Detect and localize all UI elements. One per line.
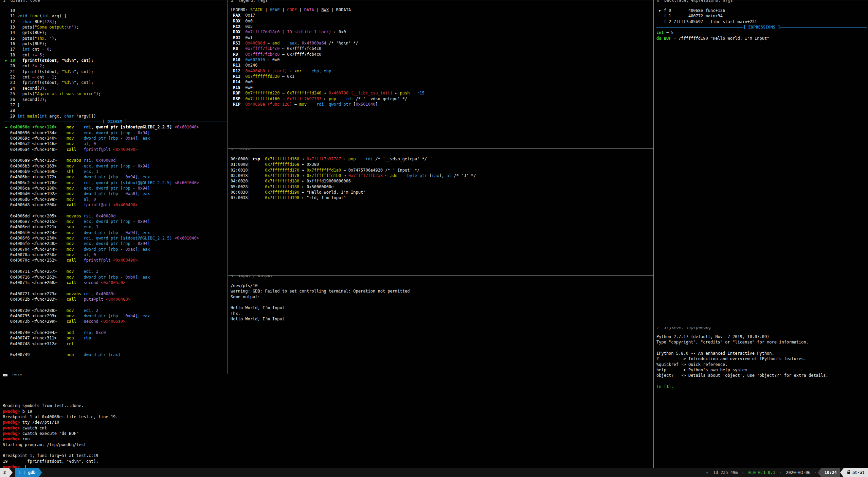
pane-number: 3	[231, 148, 233, 151]
terminal-line: 0x400735 <func+293> mov dword ptr [rbp -…	[3, 313, 227, 319]
terminal-line: object? -> Details about 'object', use '…	[656, 373, 867, 378]
terminal-line: 26 second(2);	[3, 97, 227, 102]
terminal-line: 19 fprintf(stdout, "%d\n", cnt);	[3, 459, 653, 464]
gdb-console-log[interactable]: Reading symbols from test...done.pwndbg>…	[3, 381, 653, 468]
pane-main-gdb-console[interactable]: 5 "Main" Reading symbols from test...don…	[0, 374, 653, 468]
terminal-line: R11 0x246	[231, 63, 653, 68]
chevron-left-icon: ‹	[779, 468, 782, 477]
load-average: 0.0 0.1 0.1	[745, 468, 779, 477]
terminal-line: 07:0038│ 0x7fffffffd198 ← "rld, I'm Inpu…	[231, 195, 653, 200]
terminal-line: ► 0x40068e <func+126> mov rdi, qword ptr…	[3, 124, 227, 130]
terminal-line: RDI 0x1	[231, 35, 653, 40]
pane-input-output[interactable]: 4 "Input / Output" /dev/pts/10warning: G…	[228, 275, 653, 374]
program-io-output: /dev/pts/10warning: GDB: Failed to set c…	[231, 283, 653, 322]
pane-legend-regs[interactable]: 2 "legend, regs" LEGEND: STACK | HEAP | …	[228, 0, 653, 148]
pane-number: 7	[657, 327, 659, 330]
terminal-line	[3, 398, 653, 403]
terminal-line: pwndbg> b 19	[3, 409, 653, 414]
expressions-section-divider: [ EXPRESSIONS ]	[656, 24, 867, 30]
terminal-line: 15 puts("Thx. ");	[3, 36, 227, 41]
terminal-line: 13 puts("Some output:\n");	[3, 24, 227, 30]
terminal-line: %quickref -> Quick reference.	[656, 362, 867, 367]
terminal-line: RIP 0x40068e (func+126) ← mov rdi, qword…	[231, 102, 653, 107]
terminal-line: 27 }	[3, 102, 227, 108]
terminal-line: 23 fprintf(stdout, "%d\n", cnt);	[3, 80, 227, 85]
terminal-line: 0x400748 <func+312> ret	[3, 341, 227, 347]
terminal-line: R10 0x602010 ← 0x0	[231, 57, 653, 63]
terminal-line: Thx.	[231, 311, 653, 316]
terminal-line: 0x4006fe <func+238> mov edx, dword ptr […	[3, 241, 227, 246]
pane-number: 4	[231, 275, 233, 278]
pane-title-input-output: 4 "Input / Output"	[230, 275, 276, 278]
terminal-line: 06:0030│ 0x7fffffffd190 ← "Hello World, …	[231, 190, 653, 195]
tmux-status-bar: 2 1⟩gdb ↑ 1d 23h 49m ‹ 0.0 0.1 0.1 ‹ 202…	[0, 468, 868, 477]
chevron-left-icon: ‹	[741, 468, 745, 477]
terminal-line: pwndbg> cwatch cnt	[3, 425, 653, 431]
pane-stack[interactable]: 3 "stack" 00:0000│ rsp 0x7fffffffd160 → …	[228, 148, 653, 275]
terminal-line: 0x4006e7 <func+215> mov ecx, dword ptr […	[3, 219, 227, 224]
pane-name: "stack"	[236, 148, 253, 151]
terminal-line: RCX 0x5	[231, 24, 653, 29]
window-tab-gdb[interactable]: 1⟩gdb	[15, 468, 39, 477]
pane-title-disasm-code: 1 "disasm, code"	[2, 0, 43, 3]
terminal-line: RBX 0x0	[231, 18, 653, 24]
terminal-line	[3, 381, 653, 386]
terminal-line	[656, 378, 867, 384]
expressions-listing: cnt = 5ds BUF = 7fffffffd190 "Hello Worl…	[656, 30, 867, 41]
terminal-line: R12 0x4004b0 (_start) ← xor ebp, ebp	[231, 68, 653, 74]
terminal-line: 10	[3, 8, 227, 13]
terminal-line: Breakpoint 1 at 0x40068e: file test.c, l…	[3, 414, 653, 420]
terminal-line: 0x40069c <func+140> mov dword ptr [rbp -…	[3, 136, 227, 141]
terminal-line	[3, 263, 227, 269]
terminal-line: 0x4006c2 <func+178> mov rdi, qword ptr […	[3, 180, 227, 186]
disasm-section-divider: [ DISASM ]	[3, 119, 227, 124]
ipython-console[interactable]: Python 2.7.17 (default, Nov 7 2019, 10:0…	[656, 334, 867, 389]
source-code-listing: 10 11 void func(int arg) { 12 char BUF[1…	[3, 8, 227, 119]
terminal-line: 25 puts("Again as it was so nice");	[3, 91, 227, 96]
terminal-line: Reading symbols from test...done.	[3, 403, 653, 408]
terminal-line: 0x4006d0 <func+192> mov dword ptr [rbp -…	[3, 191, 227, 196]
pane-disasm-code[interactable]: 1 "disasm, code" 10 11 void func(int arg…	[0, 0, 228, 374]
terminal-line	[3, 152, 227, 158]
hostname: at-at	[852, 470, 865, 475]
terminal-line: Type "copyright", "credits" or "license"…	[656, 339, 867, 345]
terminal-line: 0x4006d6 <func+198> mov al, 0	[3, 197, 227, 202]
terminal-line: 14 gets(BUF);	[3, 30, 227, 35]
terminal-line: 0x40070c <func+252> call fprintf@plt <0x…	[3, 258, 227, 263]
terminal-line: Breakpoint 1, func (arg=5) at test.c:19	[3, 453, 653, 458]
pane-title-ipython: 7 "IPython: tmp/pwndbg"	[656, 327, 714, 330]
window-separator: ⟩	[21, 470, 28, 475]
terminal-line	[3, 285, 227, 291]
terminal-line: 0x4006a9 <func+153> movabs rsi, 0x40080d	[3, 158, 227, 163]
terminal-line: pwndbg>	[3, 464, 653, 468]
terminal-line: RDX 0x7ffff7dd18c0 (_IO_stdfile_1_lock) …	[231, 29, 653, 35]
pane-title-main: 5 "Main"	[2, 374, 26, 376]
terminal-line: 0x4006d8 <func+200> call fprintf@plt <0x…	[3, 202, 227, 208]
terminal-line: 02:0010│ 0x7fffffffd170 → 0x7fffffffd1a0…	[231, 167, 653, 173]
terminal-line: 0x4006f0 <func+224> mov dword ptr [rbp -…	[3, 230, 227, 235]
terminal-line: pwndbg> tty /dev/pts/10	[3, 420, 653, 425]
pane-ipython[interactable]: 7 "IPython: tmp/pwndbg" Python 2.7.17 (d…	[653, 327, 868, 468]
terminal-line: 0x40073b <func+299> call second <0x4005a…	[3, 319, 227, 324]
chevron-left-icon: ‹	[814, 468, 818, 477]
terminal-line: R14 0x0	[231, 79, 653, 85]
tmux-screen: 1 "disasm, code" 10 11 void func(int arg…	[0, 0, 868, 477]
terminal-line: /dev/pts/10	[231, 283, 653, 288]
terminal-line: 0x4006ed <func+221> sub ecx, 1	[3, 224, 227, 230]
terminal-line	[3, 392, 653, 398]
pane-title-backtrace: 6 "backtrace, expressions, args"	[656, 0, 736, 3]
pane-backtrace-expressions[interactable]: 6 "backtrace, expressions, args" ► f 0 4…	[653, 0, 868, 327]
pane-name: "Main"	[10, 374, 24, 376]
terminal-line: 16 puts(BUF);	[3, 41, 227, 47]
terminal-line: warning: GDB: Failed to set controlling …	[231, 288, 653, 294]
terminal-line: 0x400696 <func+134> mov edx, dword ptr […	[3, 130, 227, 136]
pane-title-legend-regs: 2 "legend, regs"	[230, 0, 271, 3]
terminal-line: 03:0018│ 0x7fffffffd178 → 0x7fffffffd1b0…	[231, 173, 653, 178]
terminal-line: RSI 0x40080d ← and eax, 0x4f000a64 /* '%…	[231, 40, 653, 46]
pane-name: "backtrace, expressions, args"	[662, 0, 735, 3]
terminal-line: 04:0020│ 0x7fffffffd180 ← 0xffffd1900000…	[231, 178, 653, 184]
terminal-line: 0x400740 <func+304> add rsp, 0xc0	[3, 330, 227, 335]
terminal-line: 05:0028│ 0x7fffffffd188 ← 0x50000000e	[231, 184, 653, 190]
terminal-line: 17 int cnt = 0;	[3, 47, 227, 52]
terminal-line: Hello World, I'm Input	[231, 305, 653, 311]
